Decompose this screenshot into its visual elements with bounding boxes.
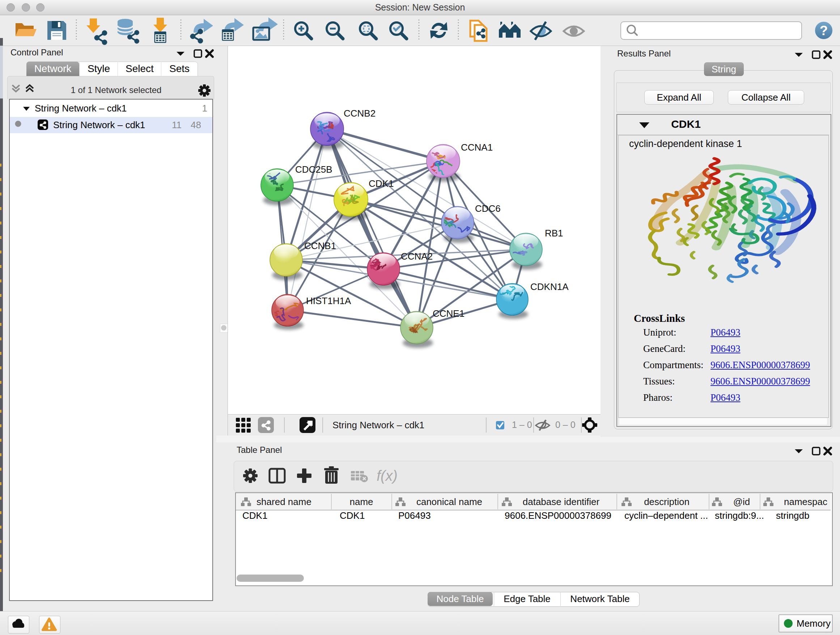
svg-text:CCNA1: CCNA1 [461, 142, 493, 153]
svg-text:RB1: RB1 [545, 228, 563, 239]
svg-text:@id: @id [733, 496, 750, 507]
svg-text:0 – 0: 0 – 0 [555, 420, 576, 430]
svg-text:1 – 0: 1 – 0 [512, 420, 532, 430]
svg-text:CDK1: CDK1 [242, 510, 267, 521]
svg-text:stringdb:9...: stringdb:9... [715, 510, 764, 521]
svg-text:String Network – cdk1: String Network – cdk1 [332, 420, 424, 431]
svg-text:CDK1: CDK1 [369, 178, 393, 189]
svg-text:description: description [644, 496, 690, 507]
svg-text:CDK1: CDK1 [340, 510, 365, 521]
svg-text:CDC6: CDC6 [475, 203, 501, 214]
svg-text:CCNB1: CCNB1 [304, 241, 336, 251]
svg-text:stringdb: stringdb [776, 510, 810, 521]
svg-text:name: name [349, 496, 373, 507]
svg-text:?: ? [820, 23, 828, 38]
svg-text:CDC25B: CDC25B [295, 164, 332, 175]
svg-text:canonical name: canonical name [416, 496, 482, 507]
svg-text:CDKN1A: CDKN1A [531, 281, 569, 292]
svg-text:shared name: shared name [256, 496, 311, 507]
svg-text:P06493: P06493 [398, 510, 431, 521]
svg-text:CCNE1: CCNE1 [433, 308, 464, 319]
svg-text:namespac: namespac [784, 496, 827, 507]
svg-text:cyclin–dependent ...: cyclin–dependent ... [624, 510, 708, 521]
svg-text:CCNB2: CCNB2 [344, 108, 376, 119]
svg-text:CCNA2: CCNA2 [401, 251, 433, 262]
svg-text:f(x): f(x) [377, 468, 398, 484]
svg-text:HIST1H1A: HIST1H1A [306, 295, 351, 306]
svg-text:9606.ENSP00000378699: 9606.ENSP00000378699 [505, 510, 611, 521]
svg-text:database identifier: database identifier [523, 496, 600, 507]
